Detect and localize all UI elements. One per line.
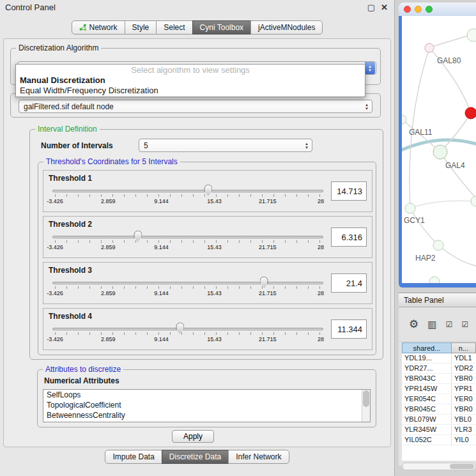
scrollbar-thumb[interactable] bbox=[363, 390, 369, 407]
scale-label: 21.715 bbox=[259, 244, 277, 250]
table-row[interactable]: YLR345W YLR3 bbox=[402, 425, 476, 435]
network-canvas[interactable]: GAL80 GAL11 GAL4 GCY1 HAP2 bbox=[402, 16, 476, 283]
combobox-stepper-icon[interactable]: ▲ ▼ bbox=[363, 103, 371, 111]
cell[interactable]: YBR0 bbox=[452, 374, 476, 383]
arrow-down-icon: ▼ bbox=[305, 146, 309, 150]
scrollbar-thumb[interactable] bbox=[450, 464, 474, 469]
table-horizontal-scrollbar[interactable] bbox=[402, 463, 476, 470]
cyni-mode-tab-bar: Impute Data Discretize Data Infer Networ… bbox=[0, 450, 395, 464]
dropdown-option-manual-discretization[interactable]: Manual Discretization bbox=[16, 75, 365, 86]
list-item[interactable]: BetweennessCentrality bbox=[43, 410, 370, 420]
cell[interactable]: YDR27... bbox=[402, 364, 452, 373]
threshold-3-value-field[interactable]: 21.4 bbox=[331, 273, 367, 293]
threshold-1-value-field[interactable]: 14.713 bbox=[331, 181, 367, 201]
cell[interactable]: YDR2 bbox=[452, 364, 476, 373]
cell[interactable]: YBL0 bbox=[452, 415, 476, 424]
float-window-icon[interactable]: ▢ bbox=[367, 3, 375, 12]
cell[interactable]: YBR043C bbox=[402, 374, 452, 383]
tab-select[interactable]: Select bbox=[156, 20, 192, 35]
cell[interactable]: YLR3 bbox=[452, 425, 476, 434]
cell[interactable]: YBL079W bbox=[402, 415, 452, 424]
scale-label: 21.715 bbox=[259, 336, 277, 342]
threshold-4-slider-thumb[interactable] bbox=[176, 323, 184, 334]
network-node[interactable] bbox=[405, 203, 415, 213]
table-data-combobox[interactable]: galFiltered.sif default node ▲ ▼ bbox=[19, 100, 372, 113]
scale-label: 15.43 bbox=[207, 244, 222, 250]
tab-style[interactable]: Style bbox=[125, 20, 157, 35]
table-row[interactable]: YPR145W YPR1 bbox=[402, 384, 476, 394]
cell[interactable]: YER0 bbox=[452, 394, 476, 404]
table-row[interactable]: YBR045C YBR0 bbox=[402, 404, 476, 415]
threshold-2-slider[interactable]: -3.426 2.859 9.144 15.43 21.715 28 bbox=[52, 231, 323, 256]
table-panel-titlebar[interactable]: Table Panel bbox=[399, 293, 476, 307]
list-vertical-scrollbar[interactable] bbox=[362, 390, 370, 422]
threshold-4-value-field[interactable]: 11.344 bbox=[331, 319, 367, 339]
cell[interactable]: YBR0 bbox=[452, 404, 476, 414]
threshold-1-slider-thumb[interactable] bbox=[204, 185, 212, 196]
threshold-3-slider-thumb[interactable] bbox=[260, 277, 268, 288]
network-node-highlighted[interactable] bbox=[465, 107, 476, 119]
table-row[interactable]: YBR043C YBR0 bbox=[402, 374, 476, 384]
tab-discretize-data[interactable]: Discretize Data bbox=[162, 450, 229, 464]
select-all-icon[interactable]: ☑ bbox=[445, 320, 452, 329]
close-icon[interactable]: ✕ bbox=[381, 3, 388, 12]
network-node[interactable] bbox=[471, 196, 476, 206]
network-node[interactable] bbox=[467, 29, 476, 42]
threshold-3-slider[interactable]: -3.426 2.859 9.144 15.43 21.715 28 bbox=[52, 277, 323, 302]
gear-icon[interactable]: ⚙ bbox=[409, 318, 418, 331]
list-item[interactable]: TopologicalCoefficient bbox=[43, 400, 370, 410]
threshold-2-value-field[interactable]: 6.316 bbox=[331, 227, 367, 247]
list-item[interactable]: SelfLoops bbox=[43, 390, 370, 400]
cell[interactable]: YIL052C bbox=[402, 435, 452, 445]
network-node[interactable] bbox=[433, 145, 447, 159]
table-body: YDL19... YDL1 YDR27... YDR2 YBR043C YBR0… bbox=[402, 353, 476, 461]
table-row[interactable]: YER054C YER0 bbox=[402, 394, 476, 404]
table-row[interactable]: YDR27... YDR2 bbox=[402, 364, 476, 374]
column-header-name[interactable]: n... bbox=[452, 342, 476, 353]
number-of-intervals-combobox[interactable]: 5 ▲ ▼ bbox=[139, 139, 312, 152]
cell[interactable]: YIL0 bbox=[452, 435, 476, 445]
minimize-button[interactable] bbox=[415, 6, 422, 13]
cell[interactable]: YPR145W bbox=[402, 384, 452, 394]
combobox-stepper-icon[interactable]: ▲ ▼ bbox=[303, 142, 311, 150]
threshold-2-slider-thumb[interactable] bbox=[134, 231, 142, 242]
group-title: Discretization Algorithm bbox=[16, 43, 101, 52]
select-none-icon[interactable]: ☑ bbox=[461, 320, 468, 329]
scale-label: 2.859 bbox=[101, 336, 116, 342]
discretization-algorithm-group: Discretization Algorithm ▲ ▼ Select algo… bbox=[10, 48, 381, 85]
cell[interactable]: YLR345W bbox=[402, 425, 452, 434]
tab-infer-network[interactable]: Infer Network bbox=[228, 450, 289, 464]
tab-impute-data[interactable]: Impute Data bbox=[105, 450, 162, 464]
close-button[interactable] bbox=[404, 6, 411, 13]
threshold-4-slider[interactable]: -3.426 2.859 9.144 15.43 21.715 28 bbox=[52, 323, 323, 348]
cell[interactable]: YPR1 bbox=[452, 384, 476, 394]
network-node[interactable] bbox=[429, 277, 440, 283]
network-node[interactable] bbox=[433, 240, 443, 250]
cell[interactable]: YBR045C bbox=[402, 404, 452, 414]
network-node[interactable] bbox=[425, 43, 434, 52]
table-row[interactable]: YIL052C YIL0 bbox=[402, 435, 476, 445]
table-row[interactable]: YDL19... YDL1 bbox=[402, 353, 476, 364]
group-title: Threshold's Coordinates for 5 Intervals bbox=[43, 157, 180, 166]
apply-button[interactable]: Apply bbox=[172, 430, 214, 443]
cell[interactable]: YDL1 bbox=[452, 353, 476, 363]
table-row[interactable]: YBL079W YBL0 bbox=[402, 415, 476, 425]
columns-icon[interactable]: ▥ bbox=[427, 319, 436, 330]
dropdown-option-equal-width-frequency[interactable]: Equal Width/Frequency Discretization bbox=[16, 86, 365, 96]
zoom-button[interactable] bbox=[426, 6, 433, 13]
combobox-stepper-icon[interactable]: ▲ ▼ bbox=[365, 62, 375, 74]
scale-label: 28 bbox=[318, 290, 324, 296]
cell[interactable]: YDL19... bbox=[402, 353, 452, 363]
scale-label: 28 bbox=[318, 198, 324, 204]
column-header-shared-name[interactable]: shared... bbox=[402, 342, 452, 353]
tab-jactivemnodules[interactable]: jActiveMNodules bbox=[250, 20, 323, 35]
threshold-1-panel: Threshold 1 -3.426 2.859 9.144 15.43 21.… bbox=[43, 170, 372, 212]
tab-cyni-toolbox[interactable]: Cyni Toolbox bbox=[192, 20, 251, 35]
tab-label: Infer Network bbox=[236, 452, 281, 461]
tab-network[interactable]: Network bbox=[72, 20, 125, 35]
node-label: GAL4 bbox=[445, 161, 465, 170]
group-title: Attributes to discretize bbox=[43, 365, 123, 374]
threshold-1-slider[interactable]: -3.426 2.859 9.144 15.43 21.715 28 bbox=[52, 185, 323, 210]
scale-label: 2.859 bbox=[101, 244, 116, 250]
cell[interactable]: YER054C bbox=[402, 394, 452, 404]
